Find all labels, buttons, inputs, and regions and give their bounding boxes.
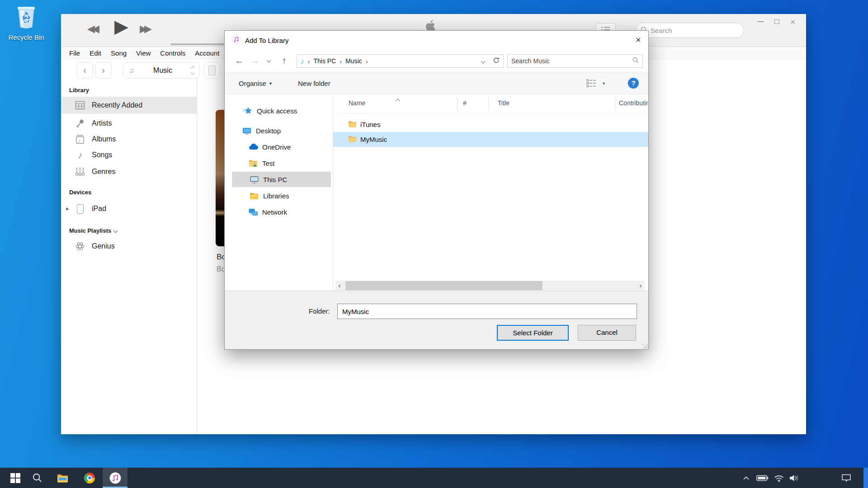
sidebar-item-genres[interactable]: Genres — [61, 163, 197, 180]
sidebar-item-ipad[interactable]: ▶ iPad — [61, 200, 197, 217]
column-header-number[interactable]: # — [463, 99, 467, 107]
taskbar-search-button[interactable] — [27, 468, 47, 488]
tray-action-center[interactable] — [836, 468, 856, 488]
place-quick-access[interactable]: Quick access — [232, 103, 331, 118]
dialog-titlebar[interactable]: Add To Library × — [225, 31, 648, 50]
column-header-title[interactable]: Title — [498, 99, 509, 107]
column-separator[interactable] — [457, 97, 458, 111]
sidebar-item-label: iPad — [92, 205, 106, 213]
sidebar-item-label: Albums — [92, 135, 116, 143]
column-header-name[interactable]: Name — [349, 99, 365, 107]
column-header-contributing-artists[interactable]: Contributing artists — [619, 99, 648, 107]
view-dropdown-caret-icon[interactable]: ▾ — [603, 81, 605, 86]
nav-up-button[interactable]: ↑ — [282, 56, 287, 66]
album-icon: ♪ — [75, 135, 85, 144]
place-label: OneDrive — [262, 143, 291, 151]
file-row-itunes[interactable]: iTunes — [333, 117, 648, 132]
cancel-button[interactable]: Cancel — [578, 325, 636, 341]
menu-song[interactable]: Song — [111, 49, 127, 57]
minimize-button[interactable] — [758, 21, 764, 22]
new-folder-button[interactable]: New folder — [298, 72, 330, 94]
show-desktop-strip[interactable] — [863, 468, 868, 488]
breadcrumb-music[interactable]: Music — [345, 57, 362, 65]
tray-hidden-icons-chevron[interactable] — [740, 468, 752, 488]
add-to-library-dialog: Add To Library × ← → ↑ ♪ › This PC › Mus… — [224, 30, 649, 350]
itunes-back-button[interactable]: ‹ — [76, 62, 93, 79]
fast-forward-button[interactable]: ▶▶ — [140, 23, 149, 35]
place-libraries[interactable]: Libraries — [232, 188, 331, 203]
disclosure-triangle-icon[interactable]: ▶ — [66, 206, 69, 211]
dialog-search-box[interactable]: Search Music — [507, 54, 643, 68]
file-row-mymusic[interactable]: MyMusic — [333, 132, 648, 147]
sidebar-item-artists[interactable]: Artists — [61, 115, 197, 132]
column-separator[interactable] — [488, 97, 489, 111]
place-test-user[interactable]: Test — [232, 155, 331, 171]
taskbar-itunes-active[interactable] — [103, 468, 127, 488]
play-button[interactable]: ▶ — [114, 16, 128, 37]
recycle-bin[interactable]: Recycle Bin — [8, 5, 44, 41]
header-underline — [333, 113, 648, 114]
itunes-forward-button[interactable]: › — [95, 62, 112, 79]
microphone-icon — [75, 119, 85, 128]
sidebar-item-recently-added[interactable]: Recently Added — [61, 97, 197, 114]
ipad-icon — [208, 66, 216, 75]
horizontal-scrollbar[interactable]: ‹ › — [335, 281, 645, 291]
file-list: Name # Title Contributing artists iTunes — [333, 94, 648, 291]
rewind-button[interactable]: ◀◀ — [87, 23, 96, 35]
itunes-app-icon — [231, 35, 241, 46]
folder-label: Folder: — [309, 307, 330, 315]
dialog-close-button[interactable]: × — [636, 35, 641, 44]
nav-forward-button[interactable]: → — [250, 56, 259, 66]
scroll-left-arrow[interactable]: ‹ — [335, 281, 344, 291]
sidebar-item-albums[interactable]: ♪ Albums — [61, 131, 197, 148]
menu-account[interactable]: Account — [195, 49, 219, 57]
menu-edit[interactable]: Edit — [90, 49, 101, 57]
tray-wifi[interactable] — [771, 468, 787, 488]
refresh-button[interactable] — [489, 54, 504, 68]
place-label: Network — [262, 208, 287, 216]
organise-button[interactable]: Organise ▾ — [239, 72, 272, 94]
desktop-icon — [242, 127, 252, 135]
search-icon — [33, 473, 42, 483]
music-folder-icon: ♪ — [301, 57, 304, 65]
menu-controls[interactable]: Controls — [160, 49, 185, 57]
music-playlists-header[interactable]: Music Playlists — [69, 226, 117, 235]
close-button[interactable]: × — [790, 18, 795, 26]
place-network[interactable]: Network — [232, 204, 331, 220]
taskbar-chrome[interactable] — [80, 468, 99, 488]
folder-name-input[interactable] — [337, 304, 637, 319]
tray-volume[interactable] — [787, 468, 802, 488]
menu-view[interactable]: View — [136, 49, 151, 57]
device-button[interactable] — [203, 62, 220, 79]
itunes-search-box[interactable]: Search — [636, 23, 744, 38]
taskbar-file-explorer[interactable] — [52, 468, 72, 488]
place-onedrive[interactable]: OneDrive — [232, 139, 331, 155]
details-view-button[interactable] — [586, 79, 596, 89]
address-dropdown-chevron-icon[interactable] — [481, 59, 486, 63]
media-type-picker[interactable]: ♫ Music — [123, 62, 199, 79]
breadcrumb-this-pc[interactable]: This PC — [314, 57, 336, 65]
breadcrumb-separator-icon: › — [336, 57, 345, 65]
column-separator[interactable] — [615, 97, 615, 111]
place-this-pc[interactable]: This PC — [232, 172, 331, 187]
address-bar[interactable]: ♪ › This PC › Music › — [297, 54, 490, 68]
menu-file[interactable]: File — [69, 49, 80, 57]
sidebar-item-songs[interactable]: ♪ Songs — [61, 146, 197, 164]
resize-grip[interactable] — [643, 344, 644, 345]
sidebar-item-genius[interactable]: Genius — [61, 238, 197, 255]
place-label: Quick access — [257, 107, 297, 115]
select-folder-button[interactable]: Select Folder — [497, 325, 569, 341]
place-desktop[interactable]: Desktop — [232, 123, 331, 138]
dialog-places-sidebar: Quick access Desktop OneDrive — [225, 94, 333, 291]
nav-back-button[interactable]: ← — [235, 56, 244, 66]
itunes-window-controls: × — [758, 16, 795, 28]
scroll-right-arrow[interactable]: › — [637, 281, 645, 291]
nav-history-chevron-icon[interactable] — [267, 58, 271, 63]
start-button[interactable] — [5, 468, 25, 488]
tray-battery[interactable] — [754, 468, 770, 488]
sidebar-item-label: Artists — [92, 119, 112, 127]
scrollbar-thumb[interactable] — [345, 281, 542, 290]
itunes-search-placeholder: Search — [651, 27, 672, 34]
help-button[interactable]: ? — [628, 78, 639, 89]
maximize-button[interactable] — [774, 19, 779, 24]
